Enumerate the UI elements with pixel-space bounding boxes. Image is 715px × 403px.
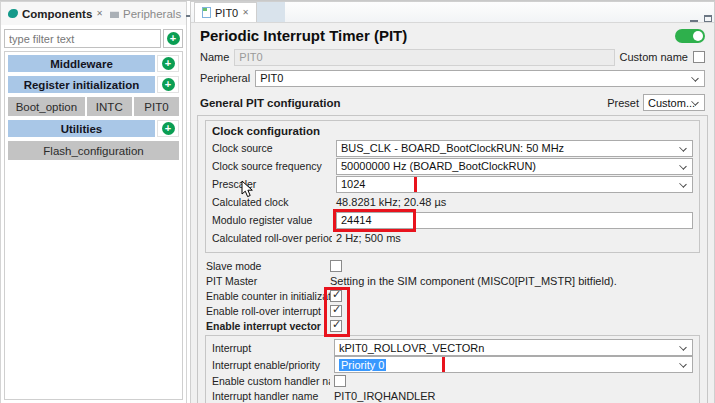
- interrupt-priority-row: Interrupt enable/priority Priority 0: [212, 356, 693, 373]
- panel-window-controls: [690, 15, 714, 22]
- handler-name-label: Interrupt handler name: [212, 390, 330, 402]
- clock-source-row: Clock source BUS_CLK - BOARD_BootClockRU…: [212, 139, 693, 157]
- interrupt-priority-value: Priority 0: [339, 359, 386, 371]
- enable-counter-row: Enable counter in initialization: [205, 288, 700, 303]
- slave-mode-row: Slave mode: [205, 258, 700, 273]
- calculated-clock-row: Calculated clock 48.8281 kHz; 20.48 µs: [212, 193, 693, 211]
- enable-vector-checkbox[interactable]: [330, 320, 342, 332]
- slave-mode-label: Slave mode: [206, 260, 330, 272]
- add-utilities-button[interactable]: +: [157, 120, 179, 137]
- custom-handler-checkbox[interactable]: [334, 375, 346, 387]
- interrupt-priority-label: Interrupt enable/priority: [212, 359, 330, 371]
- interrupt-value: kPIT0_ROLLOVR_VECTORn: [339, 342, 484, 354]
- rollover-period-value: 2 Hz; 500 ms: [336, 232, 693, 244]
- prescaler-row: Prescaler 1024: [212, 175, 693, 193]
- preset-label: Preset: [607, 97, 639, 109]
- tab-peripherals-label: Peripherals: [123, 8, 181, 20]
- interrupt-row: Interrupt kPIT0_ROLLOVR_VECTORn: [212, 339, 693, 356]
- enable-vector-label: Enable interrupt vector: [206, 320, 330, 332]
- slave-mode-checkbox[interactable]: [330, 260, 342, 272]
- preset-wrap: Preset Custom...: [607, 94, 705, 111]
- preset-select[interactable]: Custom...: [643, 94, 705, 111]
- tab-components-label: Components: [22, 8, 92, 20]
- chevron-down-icon: [691, 74, 699, 82]
- sidebar-item-boot-option[interactable]: Boot_option: [8, 97, 85, 116]
- calculated-clock-value: 48.8281 kHz; 20.48 µs: [336, 196, 693, 208]
- add-register-button[interactable]: +: [157, 76, 179, 93]
- general-config-title: General PIT configuration: [200, 97, 341, 109]
- filter-input[interactable]: [4, 29, 161, 48]
- sidebar-item-pit0[interactable]: PIT0: [134, 97, 179, 116]
- prescaler-select[interactable]: 1024: [336, 176, 693, 193]
- name-row: Name Custom name: [200, 48, 705, 66]
- enable-counter-wrap: [330, 290, 700, 302]
- tab-pit0-label: PIT0: [215, 7, 238, 19]
- sidebar-tab-bar: Components ✕ Peripherals: [1, 2, 186, 25]
- peripherals-icon: [110, 9, 119, 18]
- sidebar-item-intc[interactable]: INTC: [87, 97, 132, 116]
- interrupt-priority-select[interactable]: Priority 0: [334, 356, 693, 373]
- peripheral-row: Peripheral PIT0: [200, 69, 705, 87]
- enable-counter-checkbox[interactable]: [330, 290, 342, 302]
- name-label: Name: [200, 51, 229, 63]
- maximize-icon[interactable]: [704, 15, 712, 22]
- enable-rollover-checkbox[interactable]: [330, 305, 342, 317]
- clock-configuration-box: Clock configuration Clock source BUS_CLK…: [205, 120, 700, 253]
- rollover-period-label: Calculated roll-over period: [212, 232, 332, 244]
- interrupt-select[interactable]: kPIT0_ROLLOVR_VECTORn: [334, 339, 693, 356]
- custom-name-checkbox[interactable]: [693, 51, 705, 63]
- plus-icon: +: [167, 32, 180, 45]
- filter-row: +: [4, 29, 183, 48]
- close-icon[interactable]: ✕: [242, 9, 249, 17]
- components-sidebar: Components ✕ Peripherals + Middleware: [0, 1, 187, 403]
- modulo-input[interactable]: [336, 212, 693, 229]
- section-register-initialization: Register initialization +: [8, 76, 179, 93]
- general-config-box: Clock configuration Clock source BUS_CLK…: [197, 115, 708, 403]
- clock-configuration-title: Clock configuration: [212, 123, 693, 139]
- enable-vector-row: Enable interrupt vector: [205, 318, 700, 333]
- chevron-down-icon: [679, 162, 687, 170]
- custom-name-label: Custom name: [620, 51, 688, 63]
- add-component-button[interactable]: +: [163, 29, 183, 48]
- editor-tab-bar: PIT0 ✕: [191, 2, 714, 23]
- section-middleware: Middleware +: [8, 55, 179, 72]
- components-icon: [8, 9, 18, 18]
- section-middleware-title[interactable]: Middleware: [8, 55, 155, 72]
- prescaler-label: Prescaler: [212, 178, 332, 190]
- chevron-down-icon: [679, 360, 687, 368]
- handler-name-value: PIT0_IRQHANDLER: [334, 390, 693, 402]
- tab-peripherals[interactable]: Peripherals: [108, 3, 183, 25]
- plus-icon: +: [162, 122, 175, 135]
- peripheral-doc-icon: [202, 7, 211, 18]
- custom-handler-label: Enable custom handler name: [212, 375, 330, 387]
- section-utilities-title[interactable]: Utilities: [8, 120, 155, 137]
- clock-frequency-select[interactable]: 50000000 Hz (BOARD_BootClockRUN): [336, 158, 693, 175]
- calculated-clock-label: Calculated clock: [212, 196, 332, 208]
- tab-components[interactable]: Components ✕: [6, 3, 105, 25]
- name-field[interactable]: [234, 49, 614, 66]
- pit-config-panel: PIT0 ✕ Periodic Interrupt Timer (PIT) Na…: [190, 1, 715, 403]
- clock-frequency-value: 50000000 Hz (BOARD_BootClockRUN): [341, 160, 536, 172]
- enable-rollover-label: Enable roll-over interrupt: [206, 305, 330, 317]
- clock-source-select[interactable]: BUS_CLK - BOARD_BootClockRUN: 50 MHz: [336, 140, 693, 157]
- sidebar-item-flash-configuration[interactable]: Flash_configuration: [8, 141, 179, 160]
- section-utilities: Utilities +: [8, 120, 179, 137]
- enable-rollover-row: Enable roll-over interrupt: [205, 303, 700, 318]
- general-config-header: General PIT configuration Preset Custom.…: [191, 90, 714, 115]
- section-register-title[interactable]: Register initialization: [8, 76, 155, 93]
- clock-source-value: BUS_CLK - BOARD_BootClockRUN: 50 MHz: [341, 142, 564, 154]
- register-items: Boot_option INTC PIT0: [8, 97, 179, 116]
- tab-pit0[interactable]: PIT0 ✕: [194, 2, 257, 22]
- modulo-row: Modulo register value: [212, 211, 693, 229]
- chevron-down-icon: [679, 180, 687, 188]
- minimize-icon[interactable]: [690, 16, 698, 22]
- peripheral-select[interactable]: PIT0: [255, 70, 705, 87]
- mouse-cursor: [241, 180, 254, 198]
- rollover-period-row: Calculated roll-over period 2 Hz; 500 ms: [212, 229, 693, 247]
- peripheral-label: Peripheral: [200, 72, 250, 84]
- close-icon[interactable]: ✕: [96, 10, 103, 18]
- clock-frequency-label: Clock source frequency: [212, 160, 332, 172]
- enabled-toggle[interactable]: [675, 29, 705, 43]
- custom-handler-row: Enable custom handler name: [212, 373, 693, 388]
- add-middleware-button[interactable]: +: [157, 55, 179, 72]
